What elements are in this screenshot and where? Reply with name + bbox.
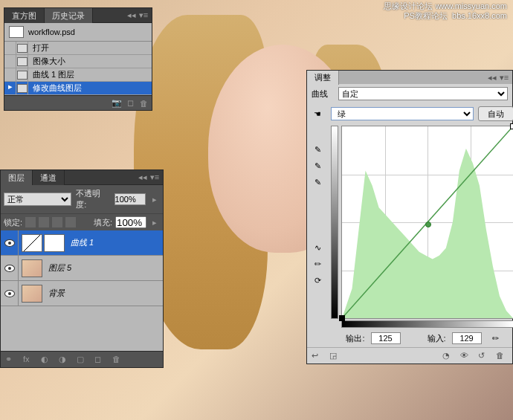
curves-layer-icon [17, 71, 28, 80]
clip-icon[interactable]: ◔ [442, 351, 454, 361]
menu-icon[interactable]: ▾≡ [149, 172, 160, 183]
open-icon [17, 44, 28, 53]
curves-body: ☚ ✎ ✎ ✎ ∿ ✏ ⟳ 绿 自动 [307, 103, 512, 347]
history-panel: 直方图 历史记录 ◂◂ ▾≡ workflow.psd 打开 图像大小 曲线 1… [4, 7, 152, 111]
document-name: workflow.psd [28, 28, 75, 36]
io-row: 输出: 输入: ✏ [331, 332, 513, 344]
lock-position-icon[interactable] [52, 217, 62, 227]
snapshot-icon[interactable]: 📷 [112, 98, 122, 109]
channel-select[interactable]: 绿 [331, 107, 474, 120]
gray-eyedropper-icon[interactable]: ✎ [310, 160, 325, 172]
mask-icon[interactable]: ◐ [41, 355, 53, 365]
tab-layers[interactable]: 图层 [1, 170, 33, 185]
tab-histogram[interactable]: 直方图 [4, 8, 45, 23]
panel-tabs: 调整 ◂◂ ▾≡ [307, 71, 512, 84]
fill-input[interactable] [115, 216, 146, 228]
input-label: 输入: [428, 333, 446, 344]
curves-label: 曲线 [312, 88, 334, 100]
lock-label: 锁定: [4, 217, 22, 228]
auto-button[interactable]: 自动 [478, 106, 513, 121]
input-gradient [341, 320, 513, 328]
trash-icon[interactable]: 🗑 [138, 98, 149, 109]
smooth-icon[interactable]: ⟳ [310, 274, 325, 286]
adjustments-panel: 调整 ◂◂ ▾≡ 曲线 自定 ☚ ✎ ✎ ✎ ∿ ✏ ⟳ 绿 自动 [306, 70, 513, 364]
modify-curves-icon [17, 84, 28, 93]
reset-icon[interactable]: ↺ [478, 351, 490, 361]
panel-footer: 📷 ◻ 🗑 [4, 95, 152, 110]
fill-label: 填充: [94, 217, 112, 228]
output-label: 输出: [346, 333, 364, 344]
collapse-icon[interactable]: ◂◂ [487, 72, 497, 83]
curve-mode-icon[interactable]: ∿ [310, 242, 325, 253]
pencil-mode-icon[interactable]: ✏ [310, 258, 325, 270]
link-icon[interactable]: ⚭ [5, 355, 17, 365]
history-item[interactable]: 图像大小 [4, 55, 152, 68]
channel-row: 绿 自动 [331, 106, 513, 121]
layer-thumb-icon [22, 285, 42, 303]
curve-black-point[interactable] [339, 315, 345, 321]
tab-history[interactable]: 历史记录 [45, 8, 93, 23]
black-eyedropper-icon[interactable]: ✎ [310, 143, 325, 155]
output-gradient [331, 126, 338, 319]
preset-row: 曲线 自定 [307, 84, 512, 103]
history-item[interactable]: 曲线 1 图层 [4, 68, 152, 82]
collapse-icon[interactable]: ◂◂ [138, 172, 148, 183]
layers-footer: ⚭ fx ◐ ◑ ▢ ◻ 🗑 [1, 351, 163, 367]
panel-tabs: 直方图 历史记录 ◂◂ ▾≡ [4, 8, 152, 23]
target-adjust-icon[interactable]: ☚ [310, 108, 325, 120]
visibility-icon[interactable]: 👁 [460, 351, 472, 361]
group-icon[interactable]: ▢ [77, 355, 88, 365]
expand-icon[interactable]: ◲ [329, 351, 341, 361]
layer-row[interactable]: 曲线 1 [1, 230, 163, 256]
lock-all-icon[interactable] [65, 217, 76, 227]
document-row[interactable]: workflow.psd [4, 23, 152, 42]
adjust-footer: ↩ ◲ ◔ 👁 ↺ 🗑 [307, 347, 512, 364]
trash-icon[interactable]: 🗑 [496, 351, 508, 361]
pencil-icon[interactable]: ✏ [492, 334, 499, 343]
resize-icon [17, 57, 28, 66]
preset-select[interactable]: 自定 [338, 87, 508, 100]
tool-column: ☚ ✎ ✎ ✎ ∿ ✏ ⟳ [307, 103, 328, 347]
visibility-icon[interactable] [4, 239, 15, 247]
lock-transparency-icon[interactable] [25, 217, 36, 227]
curves-graph[interactable] [341, 126, 513, 319]
blend-mode-select[interactable]: 正常 [4, 193, 71, 206]
white-eyedropper-icon[interactable]: ✎ [310, 176, 325, 188]
fx-icon[interactable]: fx [23, 355, 35, 365]
adjustment-icon[interactable]: ◑ [59, 355, 71, 365]
opacity-input[interactable] [114, 193, 146, 205]
tab-channels[interactable]: 通道 [33, 170, 65, 185]
menu-icon[interactable]: ▾≡ [138, 10, 149, 21]
trash-icon[interactable]: 🗑 [112, 355, 124, 365]
layer-thumb-icon [22, 234, 42, 252]
collapse-icon[interactable]: ◂◂ [126, 10, 137, 21]
history-list: 打开 图像大小 曲线 1 图层 ▸ 修改曲线图层 [4, 42, 152, 95]
visibility-icon[interactable] [4, 290, 15, 297]
tab-adjustments[interactable]: 调整 [307, 71, 339, 85]
history-item[interactable]: ▸ 修改曲线图层 [4, 82, 152, 95]
watermark: 思缘设计论坛 www.missyuan.com PS教程论坛 bbs.16xx8… [384, 1, 507, 21]
input-input[interactable] [452, 332, 482, 344]
output-input[interactable] [371, 332, 401, 344]
history-item[interactable]: 打开 [4, 42, 152, 55]
chevron-icon[interactable]: ▸ [149, 217, 160, 227]
blend-controls: 正常 不透明度: ▸ [1, 185, 163, 213]
curve-white-point[interactable] [510, 123, 513, 129]
mask-thumb-icon[interactable] [44, 234, 65, 252]
layer-thumb-icon [22, 259, 42, 277]
layers-panel: 图层 通道 ◂◂ ▾≡ 正常 不透明度: ▸ 锁定: 填充: ▸ 曲线 1 图层 [0, 169, 164, 368]
menu-icon[interactable]: ▾≡ [499, 72, 509, 83]
curve-point[interactable] [425, 222, 431, 227]
opacity-label: 不透明度: [76, 188, 109, 210]
lock-controls: 锁定: 填充: ▸ [1, 213, 163, 230]
lock-pixels-icon[interactable] [39, 217, 49, 227]
return-icon[interactable]: ↩ [312, 351, 323, 361]
layer-row[interactable]: 背景 [1, 281, 163, 306]
layer-row[interactable]: 图层 5 [1, 256, 163, 281]
new-layer-icon[interactable]: ◻ [94, 355, 106, 365]
layers-list: 曲线 1 图层 5 背景 [1, 230, 163, 351]
new-state-icon[interactable]: ◻ [125, 98, 135, 109]
chevron-icon[interactable]: ▸ [150, 194, 160, 204]
panel-tabs: 图层 通道 ◂◂ ▾≡ [1, 170, 163, 185]
visibility-icon[interactable] [4, 265, 15, 272]
